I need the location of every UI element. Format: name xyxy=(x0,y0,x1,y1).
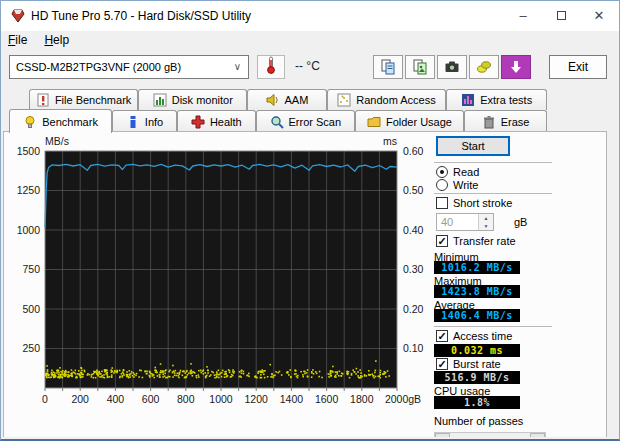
tab-erase[interactable]: Erase xyxy=(464,110,547,132)
app-window: HD Tune Pro 5.70 - Hard Disk/SSD Utility… xyxy=(0,0,620,441)
write-radio-label: Write xyxy=(453,179,478,191)
tab-disk-monitor[interactable]: Disk monitor xyxy=(138,89,247,110)
minimize-button[interactable]: – xyxy=(504,2,542,30)
magnifier-icon xyxy=(270,115,284,129)
svg-text:400: 400 xyxy=(107,393,125,405)
chart-icon xyxy=(461,93,475,107)
tab-label: Random Access xyxy=(356,94,435,106)
burst-rate-value: 516.9 MB/s xyxy=(434,371,520,384)
bar-chart-icon xyxy=(153,93,167,107)
short-stroke-unit-label: gB xyxy=(514,216,527,228)
minimum-value: 1016.2 MB/s xyxy=(434,261,520,274)
update-check-button[interactable] xyxy=(501,55,531,79)
start-button[interactable]: Start xyxy=(436,136,510,156)
svg-text:800: 800 xyxy=(177,393,195,405)
transfer-rate-checkbox[interactable]: ✓ Transfer rate xyxy=(436,235,516,247)
tab-label: Info xyxy=(145,116,163,128)
tab-random-access[interactable]: Random Access xyxy=(327,89,447,110)
short-stroke-size-spinner[interactable]: 40 ▲▼ xyxy=(436,213,494,231)
tab-row-secondary: File Benchmark Disk monitor AAM Random A… xyxy=(29,89,547,110)
chevron-down-icon: ∨ xyxy=(234,56,241,78)
number-of-passes-label: Number of passes xyxy=(434,415,523,427)
spin-up-icon[interactable]: ▲ xyxy=(479,214,493,222)
number-of-passes-scrollbar[interactable]: ◄ ► xyxy=(434,432,546,437)
tab-label: Error Scan xyxy=(289,116,342,128)
thermometer-icon xyxy=(266,56,276,74)
temperature-button[interactable] xyxy=(257,55,285,79)
tab-label: Benchmark xyxy=(42,116,98,128)
drive-select-value: CSSD-M2B2TPG3VNF (2000 gB) xyxy=(16,61,181,73)
svg-text:600: 600 xyxy=(142,393,160,405)
tab-error-scan[interactable]: Error Scan xyxy=(256,110,355,132)
tab-label: File Benchmark xyxy=(55,94,131,106)
svg-text:2000gB: 2000gB xyxy=(385,393,421,405)
benchmark-chart: MB/sms1500125010007505002500.600.500.400… xyxy=(4,132,424,432)
svg-text:1600: 1600 xyxy=(315,393,339,405)
svg-text:0.60: 0.60 xyxy=(403,145,424,157)
short-stroke-checkbox[interactable]: Short stroke xyxy=(436,197,512,209)
burst-rate-label: Burst rate xyxy=(453,358,501,370)
svg-text:0.20: 0.20 xyxy=(403,303,424,315)
svg-text:0.50: 0.50 xyxy=(403,184,424,196)
exclamation-icon xyxy=(36,93,50,107)
checkbox-checked-icon: ✓ xyxy=(436,358,448,370)
access-time-checkbox[interactable]: ✓ Access time xyxy=(436,330,512,342)
tab-extra-tests[interactable]: Extra tests xyxy=(446,89,547,110)
menu-file[interactable]: File xyxy=(1,31,34,49)
svg-text:1500: 1500 xyxy=(17,145,41,157)
lightbulb-icon xyxy=(23,115,37,129)
title-bar: HD Tune Pro 5.70 - Hard Disk/SSD Utility… xyxy=(1,1,619,31)
tab-label: AAM xyxy=(285,94,309,106)
app-gem-icon xyxy=(11,9,25,23)
separator xyxy=(434,162,552,163)
tab-label: Erase xyxy=(501,116,530,128)
copy-text-button[interactable] xyxy=(373,55,403,79)
tab-aam[interactable]: AAM xyxy=(247,89,326,110)
svg-text:1200: 1200 xyxy=(245,393,269,405)
window-title: HD Tune Pro 5.70 - Hard Disk/SSD Utility xyxy=(31,9,251,23)
svg-text:1000: 1000 xyxy=(17,224,41,236)
checkbox-checked-icon: ✓ xyxy=(436,330,448,342)
tab-row-primary: Benchmark Info Health Error Scan Folder … xyxy=(9,110,547,132)
tab-health[interactable]: Health xyxy=(177,110,256,132)
scroll-left-icon[interactable]: ◄ xyxy=(435,433,450,437)
access-time-label: Access time xyxy=(453,330,512,342)
checkbox-checked-icon: ✓ xyxy=(436,235,448,247)
write-radio[interactable]: Write xyxy=(436,179,478,191)
exit-button[interactable]: Exit xyxy=(549,55,607,79)
tab-label: Health xyxy=(210,116,242,128)
image-copy-icon xyxy=(412,59,428,75)
svg-text:0: 0 xyxy=(42,393,48,405)
tab-info[interactable]: Info xyxy=(112,110,177,132)
tab-label: Disk monitor xyxy=(172,94,233,106)
svg-text:1000: 1000 xyxy=(209,393,233,405)
save-results-button[interactable] xyxy=(469,55,499,79)
tab-benchmark[interactable]: Benchmark xyxy=(9,109,112,133)
menu-help[interactable]: Help xyxy=(37,31,76,49)
tab-label: Extra tests xyxy=(480,94,532,106)
page-right-gutter xyxy=(607,131,619,437)
close-button[interactable]: ✕ xyxy=(580,2,618,30)
burst-rate-checkbox[interactable]: ✓ Burst rate xyxy=(436,358,501,370)
maximize-button[interactable] xyxy=(542,2,580,30)
tab-folder-usage[interactable]: Folder Usage xyxy=(355,110,464,132)
tab-file-benchmark[interactable]: File Benchmark xyxy=(29,89,138,110)
scroll-right-icon[interactable]: ► xyxy=(530,433,545,437)
average-value: 1406.4 MB/s xyxy=(434,309,520,322)
temperature-readout: -- °C xyxy=(295,59,320,73)
info-icon xyxy=(126,115,140,129)
svg-text:0.30: 0.30 xyxy=(403,263,424,275)
drive-select-dropdown[interactable]: CSSD-M2B2TPG3VNF (2000 gB) ∨ xyxy=(9,55,249,79)
copy-image-button[interactable] xyxy=(405,55,435,79)
screenshot-button[interactable] xyxy=(437,55,467,79)
camera-icon xyxy=(444,59,460,75)
svg-text:250: 250 xyxy=(22,342,40,354)
spinner-buttons[interactable]: ▲▼ xyxy=(478,214,493,230)
down-arrow-icon xyxy=(509,59,523,75)
speaker-icon xyxy=(266,93,280,107)
spin-down-icon[interactable]: ▼ xyxy=(479,222,493,230)
read-radio[interactable]: Read xyxy=(436,166,479,178)
svg-text:1250: 1250 xyxy=(17,184,41,196)
tab-label: Folder Usage xyxy=(386,116,452,128)
short-stroke-label: Short stroke xyxy=(453,197,512,209)
